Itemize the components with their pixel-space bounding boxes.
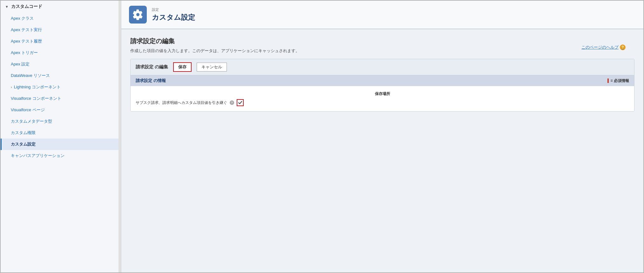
main-content: 設定 カスタム設定 請求設定の編集 作成した項目の値を入力します。このデータは、… <box>121 1 643 272</box>
sidebar-item-apex-test-history[interactable]: Apex テスト履歴 <box>1 36 121 47</box>
sidebar-item-custom-permissions[interactable]: カスタム権限 <box>1 127 121 139</box>
settings-icon-container <box>129 6 147 24</box>
page-header-text: 設定 カスタム設定 <box>152 7 195 22</box>
page-header: 設定 カスタム設定 <box>121 1 643 29</box>
field-label: サブスク請求、請求明細へカスタム項目値を引き継ぐ <box>136 100 227 106</box>
sidebar-items: Apex クラスApex テスト実行Apex テスト履歴Apex トリガーApe… <box>1 13 121 161</box>
page-header-subtitle: 設定 <box>152 7 195 12</box>
form-card: 請求設定 の編集 保存 キャンセル 請求設定 の情報 = 必須情報 保存場所 <box>130 59 634 112</box>
gear-icon <box>132 9 143 20</box>
sidebar-item-lightning-components[interactable]: ›Lightning コンポーネント <box>1 81 121 93</box>
sidebar-item-apex-trigger[interactable]: Apex トリガー <box>1 47 121 58</box>
required-text: = 必須情報 <box>611 78 629 84</box>
sidebar-item-apex-test-run[interactable]: Apex テスト実行 <box>1 24 121 36</box>
form-table-header: 請求設定 の編集 保存 キャンセル <box>131 59 634 75</box>
sidebar-scrollbar[interactable] <box>119 1 121 272</box>
page-description: 作成した項目の値を入力します。このデータは、アプリケーションにキャッシュされます… <box>130 48 634 54</box>
sidebar-item-canvas-app[interactable]: キャンバスアプリケーション <box>1 150 121 161</box>
sidebar-item-apex-class[interactable]: Apex クラス <box>1 13 121 24</box>
sidebar-item-custom-settings[interactable]: カスタム設定 <box>1 139 121 150</box>
sidebar-section-label: カスタムコード <box>11 4 42 10</box>
help-link[interactable]: このページのヘルプ ? <box>581 44 626 50</box>
storage-label: 保存場所 <box>136 91 629 97</box>
cancel-button[interactable]: キャンセル <box>197 63 227 72</box>
form-row: 保存場所 サブスク請求、請求明細へカスタム項目値を引き継ぐ ? <box>131 86 634 111</box>
checkbox-field[interactable] <box>237 99 244 106</box>
sidebar-item-custom-metadata-type[interactable]: カスタムメタデータ型 <box>1 116 121 127</box>
form-table-header-label: 請求設定 の編集 <box>136 64 168 70</box>
help-icon: ? <box>620 44 626 50</box>
sidebar-section-header[interactable]: ▼ カスタムコード <box>1 1 121 13</box>
info-section-header: 請求設定 の情報 = 必須情報 <box>131 75 634 86</box>
content-relative: 請求設定の編集 作成した項目の値を入力します。このデータは、アプリケーションにキ… <box>130 37 634 112</box>
field-row: サブスク請求、請求明細へカスタム項目値を引き継ぐ ? <box>136 99 629 106</box>
required-legend: = 必須情報 <box>607 78 629 84</box>
content-area: 請求設定の編集 作成した項目の値を入力します。このデータは、アプリケーションにキ… <box>121 29 643 272</box>
page-header-title: カスタム設定 <box>152 13 195 22</box>
required-bar-icon <box>607 78 609 83</box>
page-title: 請求設定の編集 <box>130 37 634 45</box>
chevron-down-icon: ▼ <box>5 5 9 9</box>
sidebar-item-visualforce-pages[interactable]: Visualforce ページ <box>1 104 121 116</box>
help-link-text: このページのヘルプ <box>581 44 619 50</box>
info-section-label: 請求設定 の情報 <box>136 78 166 84</box>
chevron-right-icon: › <box>11 85 12 89</box>
sidebar-item-visualforce-components[interactable]: Visualforce コンポーネント <box>1 93 121 104</box>
sidebar: ▼ カスタムコード Apex クラスApex テスト実行Apex テスト履歴Ap… <box>1 1 121 272</box>
checkmark-icon <box>238 100 242 105</box>
sidebar-item-dataweave-resources[interactable]: DataWeave リソース <box>1 70 121 81</box>
sidebar-item-apex-settings[interactable]: Apex 設定 <box>1 58 121 70</box>
field-help-icon[interactable]: ? <box>230 100 234 105</box>
save-button[interactable]: 保存 <box>173 62 192 72</box>
